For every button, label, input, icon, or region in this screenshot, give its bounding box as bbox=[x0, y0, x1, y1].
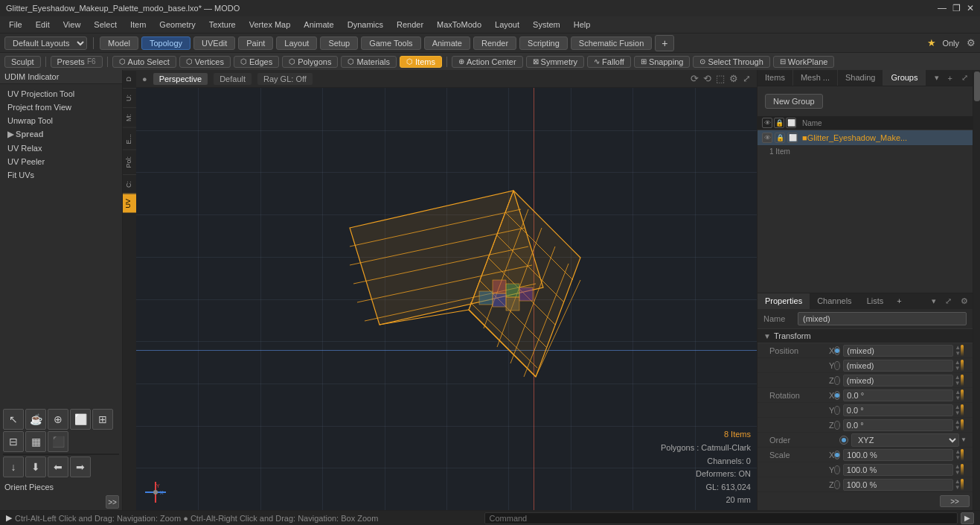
group-vis-icon[interactable]: ⬜ bbox=[787, 133, 798, 143]
new-group-button[interactable]: New Group bbox=[765, 94, 823, 109]
tool-icon-arrow-right[interactable]: ➡ bbox=[70, 456, 91, 477]
close-button[interactable]: ✕ bbox=[967, 3, 974, 13]
props-tab-add[interactable]: + bbox=[891, 293, 907, 309]
order-select[interactable]: XYZ XZY YXZ YZX ZXY ZYX bbox=[851, 433, 959, 447]
orient-pieces[interactable]: Orient Pieces bbox=[0, 480, 122, 494]
tab-setup[interactable]: Setup bbox=[320, 36, 358, 50]
tool-icon-box[interactable]: ⬜ bbox=[70, 409, 91, 430]
menu-view[interactable]: View bbox=[57, 19, 87, 31]
items-button[interactable]: ⬡ Items bbox=[400, 56, 442, 68]
tab-schematic[interactable]: Schematic Fusion bbox=[571, 36, 652, 50]
menu-texture[interactable]: Texture bbox=[203, 19, 242, 31]
right-tab-groups[interactable]: Groups bbox=[883, 70, 926, 86]
menu-render[interactable]: Render bbox=[391, 19, 429, 31]
side-tab-e[interactable]: E... bbox=[123, 127, 136, 150]
tab-animate[interactable]: Animate bbox=[424, 36, 470, 50]
rotation-x-radio[interactable] bbox=[834, 391, 840, 400]
viewport-ray-gl-label[interactable]: Ray GL: Off bbox=[257, 73, 313, 85]
props-expand-button[interactable]: >> bbox=[940, 495, 970, 507]
run-command-button[interactable]: ▶ bbox=[961, 512, 974, 524]
side-tab-d[interactable]: D bbox=[123, 70, 136, 88]
viewport-perspective-label[interactable]: Perspective bbox=[153, 73, 208, 85]
rotation-x-input[interactable] bbox=[843, 389, 953, 401]
scale-z-radio[interactable] bbox=[834, 480, 839, 489]
side-tab-u[interactable]: U: bbox=[123, 88, 136, 107]
menu-dynamics[interactable]: Dynamics bbox=[342, 19, 389, 31]
menu-vertex-map[interactable]: Vertex Map bbox=[243, 19, 297, 31]
tool-fit-uvs[interactable]: Fit UVs bbox=[3, 168, 119, 182]
tool-icon-solid[interactable]: ⬛ bbox=[48, 431, 68, 452]
position-y-input[interactable] bbox=[843, 360, 953, 372]
polygons-button[interactable]: ⬡ Polygons bbox=[282, 56, 338, 68]
tool-icon-grid2[interactable]: ⊟ bbox=[3, 431, 24, 452]
action-center-button[interactable]: ⊕ Action Center bbox=[452, 56, 523, 68]
materials-button[interactable]: ⬡ Materials bbox=[341, 56, 397, 68]
menu-item[interactable]: Item bbox=[124, 19, 152, 31]
scale-y-radio[interactable] bbox=[834, 465, 839, 474]
falloff-button[interactable]: ∿ Falloff bbox=[587, 56, 631, 68]
side-tab-pol[interactable]: Pol: bbox=[123, 150, 136, 174]
tool-icon-grid[interactable]: ⊞ bbox=[92, 409, 113, 430]
group-lock-icon[interactable]: 🔒 bbox=[775, 133, 785, 143]
menu-animate[interactable]: Animate bbox=[298, 19, 339, 31]
props-tab-channels[interactable]: Channels bbox=[810, 293, 859, 309]
tab-model[interactable]: Model bbox=[100, 36, 138, 50]
menu-layout[interactable]: Layout bbox=[489, 19, 525, 31]
rotation-z-down-arrow[interactable]: ▼ bbox=[955, 425, 961, 431]
scale-y-down-arrow[interactable]: ▼ bbox=[955, 470, 961, 476]
position-x-radio[interactable] bbox=[834, 346, 840, 355]
layout-select[interactable]: Default Layouts bbox=[4, 36, 87, 50]
scale-x-down-arrow[interactable]: ▼ bbox=[955, 455, 961, 461]
order-radio[interactable] bbox=[839, 436, 848, 445]
right-scrollbar[interactable] bbox=[973, 70, 980, 510]
scale-z-down-arrow[interactable]: ▼ bbox=[955, 485, 961, 491]
tool-uv-relax[interactable]: UV Relax bbox=[3, 141, 119, 155]
group-eye-icon[interactable]: 👁 bbox=[762, 133, 772, 143]
group-row-1[interactable]: 👁 🔒 ⬜ ■ Glitter_Eyeshadow_Make... bbox=[758, 130, 973, 146]
symmetry-button[interactable]: ⊠ Symmetry bbox=[526, 56, 585, 68]
tool-uv-projection[interactable]: UV Projection Tool bbox=[3, 87, 119, 101]
menu-geometry[interactable]: Geometry bbox=[153, 19, 201, 31]
snapping-button[interactable]: ⊞ Snapping bbox=[634, 56, 691, 68]
position-y-radio[interactable] bbox=[834, 361, 839, 370]
right-tab-items[interactable]: Items bbox=[758, 70, 793, 86]
rotation-z-radio[interactable] bbox=[834, 421, 839, 430]
position-z-input[interactable] bbox=[843, 375, 953, 386]
right-tab-shading[interactable]: Shading bbox=[838, 70, 883, 86]
right-tab-chevron-down-icon[interactable]: ▾ bbox=[930, 70, 944, 86]
tool-icon-move[interactable]: ↖ bbox=[3, 409, 24, 430]
tab-topology[interactable]: Topology bbox=[141, 36, 190, 50]
tool-project-view[interactable]: Project from View bbox=[3, 101, 119, 114]
tool-unwrap[interactable]: Unwrap Tool bbox=[3, 114, 119, 127]
scale-x-radio[interactable] bbox=[834, 451, 840, 459]
vp-frame-icon[interactable]: ⬚ bbox=[716, 73, 725, 84]
scale-y-input[interactable] bbox=[843, 464, 953, 476]
scrollbar-thumb[interactable] bbox=[974, 71, 980, 101]
add-tab-button[interactable]: + bbox=[655, 35, 674, 51]
vp-expand-icon[interactable]: ⤢ bbox=[743, 73, 751, 84]
rotation-y-down-arrow[interactable]: ▼ bbox=[955, 410, 961, 416]
tab-paint[interactable]: Paint bbox=[238, 36, 273, 50]
tool-icon-arrow-down-1[interactable]: ↓ bbox=[3, 456, 24, 477]
tab-uvedit[interactable]: UVEdit bbox=[193, 36, 235, 50]
vp-settings-icon[interactable]: ⚙ bbox=[729, 73, 738, 84]
props-gear-icon[interactable]: ⚙ bbox=[956, 293, 973, 309]
auto-select-button[interactable]: ⬡ Auto Select bbox=[112, 56, 176, 68]
sculpt-button[interactable]: Sculpt bbox=[4, 56, 41, 68]
tool-icon-axis[interactable]: ⊕ bbox=[48, 409, 68, 430]
rotation-z-input[interactable] bbox=[843, 419, 953, 431]
right-tab-expand-icon[interactable]: ⤢ bbox=[957, 70, 973, 86]
workplane-button[interactable]: ⊟ WorkPlane bbox=[773, 56, 835, 68]
gear-icon[interactable]: ⚙ bbox=[967, 37, 976, 48]
rotation-x-down-arrow[interactable]: ▼ bbox=[955, 395, 961, 401]
scale-z-input[interactable] bbox=[843, 479, 953, 491]
tool-uv-peeler[interactable]: UV Peeler bbox=[3, 155, 119, 168]
position-x-input[interactable] bbox=[843, 345, 953, 357]
edges-button[interactable]: ⬡ Edges bbox=[234, 56, 279, 68]
vertices-button[interactable]: ⬡ Vertices bbox=[179, 56, 231, 68]
maximize-button[interactable]: ❐ bbox=[952, 3, 961, 13]
command-input[interactable] bbox=[484, 512, 958, 524]
vp-refresh-icon[interactable]: ⟲ bbox=[703, 73, 711, 84]
tool-icon-arrow-down-2[interactable]: ⬇ bbox=[25, 456, 46, 477]
viewport-canvas[interactable]: 8 Items Polygons : Catmull-Clark Channel… bbox=[136, 88, 757, 510]
